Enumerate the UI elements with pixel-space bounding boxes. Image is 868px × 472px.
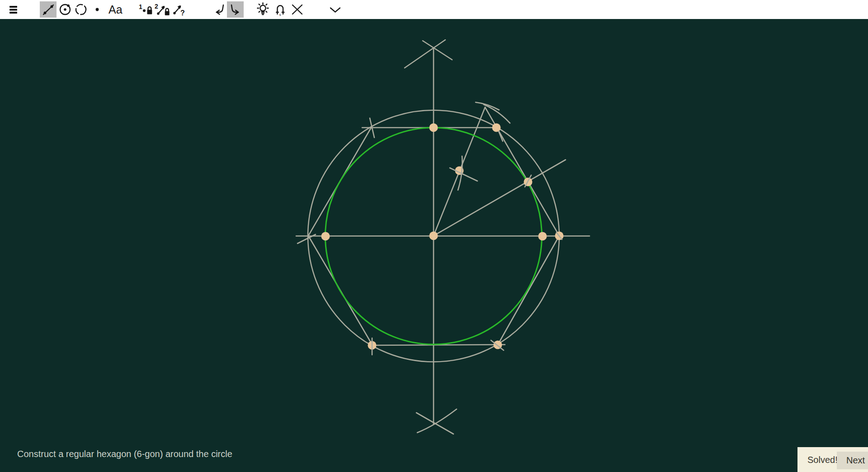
point-tool-button[interactable]: [89, 1, 105, 18]
clear-button[interactable]: [289, 1, 306, 18]
point-tool-icon: [89, 1, 105, 18]
task-prompt: Construct a regular hexagon (6-gon) arou…: [17, 449, 232, 459]
magnet-snap-button[interactable]: s: [272, 1, 288, 18]
chevron-down-icon: [327, 1, 344, 18]
construction-canvas[interactable]: [0, 0, 868, 472]
variant-1-locked-icon: 1: [137, 1, 154, 18]
undo-icon: [211, 1, 228, 18]
geometry-app: Aa 1 2: [0, 0, 868, 472]
point-vertex-60[interactable]: [492, 124, 501, 132]
point-circle-left[interactable]: [321, 232, 330, 241]
toolbar: Aa 1 2: [0, 0, 868, 19]
variant-unknown-button[interactable]: ?: [171, 1, 189, 18]
svg-text:?: ?: [180, 9, 185, 17]
menu-icon: [7, 3, 20, 16]
segment-tool-button[interactable]: [40, 1, 57, 18]
lock-icon: [148, 7, 151, 10]
compass-tool-button[interactable]: [72, 1, 89, 18]
point-circle-right[interactable]: [538, 232, 547, 241]
variant-2-locked-button[interactable]: 2: [154, 1, 172, 18]
redo-icon: [227, 1, 244, 18]
text-tool-glyph: Aa: [108, 3, 123, 16]
circle-tool-icon: [57, 1, 73, 18]
point-center[interactable]: [429, 232, 438, 240]
svg-text:2: 2: [155, 3, 158, 10]
menu-button[interactable]: [5, 1, 22, 18]
segment-tool-icon: [40, 1, 57, 18]
close-icon: [289, 1, 306, 18]
magnet-snap-icon: s: [272, 1, 288, 18]
hint-bulb-icon: [255, 1, 271, 18]
hint-button[interactable]: [255, 1, 271, 18]
point-top-tangent[interactable]: [429, 124, 438, 132]
compass-tool-icon: [73, 1, 89, 18]
undo-button[interactable]: [211, 1, 228, 18]
variant-unknown-icon: ?: [171, 1, 189, 18]
solved-panel: Solved! Next: [797, 447, 868, 472]
redo-button[interactable]: [227, 1, 244, 18]
svg-text:s: s: [279, 13, 281, 17]
solved-status-label: Solved!: [807, 455, 838, 465]
lock-icon: [166, 9, 169, 11]
text-tool-icon: Aa: [106, 1, 124, 18]
next-button[interactable]: Next: [837, 452, 868, 469]
text-tool-button[interactable]: Aa: [106, 1, 124, 18]
circle-tool-button[interactable]: [57, 1, 73, 18]
svg-text:1: 1: [139, 3, 142, 10]
variant-2-locked-icon: 2: [154, 1, 172, 18]
collapse-toolbar-button[interactable]: [327, 1, 344, 18]
variant-1-locked-button[interactable]: 1: [137, 1, 154, 18]
